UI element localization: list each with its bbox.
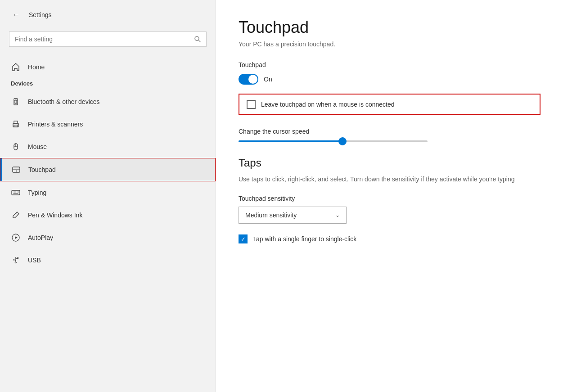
keyboard-icon [11,188,21,198]
touchpad-label: Touchpad [28,166,56,173]
single-tap-checkbox[interactable]: ✓ [239,234,248,243]
bluetooth-label: Bluetooth & other devices [28,98,100,105]
page-title: Touchpad [239,18,540,37]
search-box[interactable] [9,32,207,47]
typing-label: Typing [28,189,46,196]
pen-icon [11,210,21,220]
sensitivity-value: Medium sensitivity [245,212,297,219]
devices-section-label: Devices [0,78,216,90]
sidebar-item-bluetooth[interactable]: Bluetooth & other devices [0,90,216,113]
toggle-slider [239,74,258,85]
single-tap-label: Tap with a single finger to single-click [253,235,356,243]
bluetooth-icon [11,97,21,107]
search-input[interactable] [15,36,190,43]
pen-label: Pen & Windows Ink [28,212,82,219]
svg-rect-7 [14,121,18,123]
sidebar-header: ← Settings [0,0,216,28]
taps-title: Taps [239,157,540,169]
leave-touchpad-checkbox[interactable] [247,100,256,109]
sensitivity-label: Touchpad sensitivity [239,195,540,202]
usb-label: USB [28,257,41,264]
touchpad-toggle[interactable] [239,74,258,85]
sidebar-item-mouse[interactable]: Mouse [0,135,216,158]
svg-rect-28 [17,257,18,259]
svg-marker-25 [15,236,18,239]
sidebar-item-touchpad[interactable]: Touchpad [0,158,216,181]
leave-touchpad-label: Leave touchpad on when a mouse is connec… [261,101,395,108]
home-icon [11,62,21,72]
taps-description: Use taps to click, right-click, and sele… [239,175,540,184]
sidebar-item-pen[interactable]: Pen & Windows Ink [0,204,216,226]
usb-icon [11,255,21,265]
mouse-label: Mouse [28,143,47,150]
touchpad-section-label: Touchpad [239,61,540,68]
sidebar: ← Settings Home Devices [0,0,216,392]
touchpad-toggle-row: On [239,74,540,85]
single-tap-row[interactable]: ✓ Tap with a single finger to single-cli… [239,234,540,243]
toggle-label: On [264,76,272,83]
slider-thumb[interactable] [338,137,347,145]
cursor-speed-label: Change the cursor speed [239,128,540,135]
cursor-speed-section: Change the cursor speed [239,128,540,142]
search-icon [194,36,201,42]
printer-icon [11,119,21,129]
chevron-down-icon: ⌄ [335,212,340,218]
sidebar-item-autoplay[interactable]: AutoPlay [0,226,216,249]
svg-point-30 [13,259,14,260]
settings-title: Settings [29,11,52,18]
touchpad-icon [11,165,21,175]
checkmark-icon: ✓ [241,236,246,243]
page-subtitle: Your PC has a precision touchpad. [239,41,540,48]
sidebar-item-home[interactable]: Home [0,56,216,78]
sensitivity-dropdown[interactable]: Medium sensitivity ⌄ [239,207,347,224]
autoplay-icon [11,233,21,243]
svg-line-1 [198,40,200,42]
sidebar-item-typing[interactable]: Typing [0,181,216,204]
svg-rect-16 [12,190,20,195]
svg-line-23 [16,213,18,215]
printers-label: Printers & scanners [28,121,83,128]
back-button[interactable]: ← [11,9,22,21]
main-content: Touchpad Your PC has a precision touchpa… [216,0,563,392]
sidebar-item-usb[interactable]: USB [0,249,216,271]
sidebar-item-printers[interactable]: Printers & scanners [0,113,216,135]
slider-fill [239,140,342,142]
autoplay-label: AutoPlay [28,234,53,241]
svg-point-9 [18,124,18,125]
home-label: Home [28,63,45,71]
svg-rect-2 [14,99,18,105]
leave-touchpad-checkbox-row[interactable]: Leave touchpad on when a mouse is connec… [239,94,540,115]
cursor-speed-slider-track[interactable] [239,140,428,142]
mouse-icon [11,142,21,152]
